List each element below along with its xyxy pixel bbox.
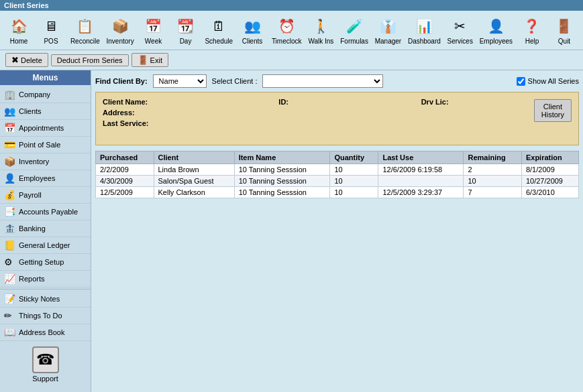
- sidebar-label-employees: Employees: [19, 174, 55, 182]
- cell-last-use: [378, 176, 464, 187]
- sidebar-label-todo: Things To Do: [19, 312, 62, 320]
- company-icon: 🏢: [4, 89, 16, 100]
- sidebar-item-company[interactable]: 🏢 Company: [0, 86, 91, 103]
- sidebar-item-banking[interactable]: 🏦 Banking: [0, 220, 91, 237]
- col-client: Client: [154, 151, 234, 164]
- toolbar-btn-help[interactable]: ❓Help: [517, 13, 547, 47]
- cell-expiration: 6/3/2010: [521, 187, 578, 198]
- find-by-dropdown[interactable]: Name ID Phone: [153, 74, 207, 88]
- sidebar-label-banking: Banking: [19, 224, 46, 233]
- sidebar-item-getting-setup[interactable]: ⚙ Getting Setup: [0, 254, 91, 271]
- action-label-exit: Exit: [150, 56, 162, 64]
- manager-icon: 👔: [377, 15, 399, 37]
- show-all-checkbox[interactable]: [517, 77, 525, 86]
- toolbar-label-employees: Employees: [480, 38, 513, 45]
- toolbar-btn-pos[interactable]: 🖥POS: [36, 13, 66, 47]
- clients-icon: 👥: [4, 106, 16, 117]
- sidebar-label-setup: Getting Setup: [19, 258, 64, 266]
- sidebar-item-inventory[interactable]: 📦 Inventory: [0, 153, 91, 170]
- toolbar-btn-walk-ins[interactable]: 🚶Walk Ins: [306, 13, 335, 47]
- sidebar-label-appointments: Appointments: [19, 124, 64, 132]
- toolbar-btn-schedule[interactable]: 🗓Schedule: [203, 13, 235, 47]
- sidebar-label-ap: Accounts Payable: [19, 208, 78, 216]
- toolbar-btn-inventory[interactable]: 📦Inventory: [105, 13, 136, 47]
- action-btn-exit[interactable]: 🚪Exit: [131, 53, 168, 67]
- show-all-series-container: Show All Series: [517, 77, 579, 86]
- client-history-button[interactable]: ClientHistory: [534, 99, 572, 122]
- table-row[interactable]: 2/2/2009 Linda Brown 10 Tanning Sesssion…: [96, 164, 579, 176]
- sidebar-label-clients: Clients: [19, 107, 42, 115]
- sidebar-item-point-of-sale[interactable]: 💳 Point of Sale: [0, 137, 91, 153]
- toolbar-label-formulas: Formulas: [340, 38, 368, 45]
- services-icon: ✂: [449, 15, 471, 37]
- appointments-icon: 📅: [4, 123, 16, 133]
- sidebar-item-reports[interactable]: 📈 Reports: [0, 271, 91, 287]
- toolbar-btn-services[interactable]: ✂Services: [445, 13, 475, 47]
- toolbar-btn-manager[interactable]: 👔Manager: [373, 13, 403, 47]
- sidebar-item-things-to-do[interactable]: ✏ Things To Do: [0, 308, 91, 324]
- cell-remaining: 7: [464, 187, 521, 198]
- sidebar-item-sticky-notes[interactable]: 📝 Sticky Notes: [0, 291, 91, 308]
- sidebar-item-clients[interactable]: 👥 Clients: [0, 103, 91, 120]
- banking-icon: 🏦: [4, 223, 16, 234]
- client-name-label: Client Name:: [103, 98, 156, 106]
- quit-icon: 🚪: [553, 15, 575, 37]
- cell-quantity: 10: [330, 187, 378, 198]
- cell-remaining: 10: [464, 176, 521, 187]
- title-bar: Client Series: [0, 0, 583, 11]
- sidebar-item-accounts-payable[interactable]: 📑 Accounts Payable: [0, 204, 91, 220]
- sidebar-item-address-book[interactable]: 📖 Address Book: [0, 324, 91, 341]
- sidebar-item-appointments[interactable]: 📅 Appointments: [0, 120, 91, 137]
- cell-client: Salon/Spa Guest: [154, 176, 234, 187]
- toolbar-btn-clients[interactable]: 👥Clients: [237, 13, 267, 47]
- toolbar-label-timeclock: Timeclock: [272, 38, 302, 45]
- toolbar-label-home: Home: [10, 38, 28, 45]
- table-row[interactable]: 4/30/2009 Salon/Spa Guest 10 Tanning Ses…: [96, 176, 579, 187]
- toolbar-btn-timeclock[interactable]: ⏰Timeclock: [270, 13, 303, 47]
- toolbar-label-quit: Quit: [558, 38, 570, 45]
- cell-client: Linda Brown: [154, 164, 234, 176]
- sidebar-item-employees[interactable]: 👤 Employees: [0, 170, 91, 187]
- toolbar-btn-employees[interactable]: 👤Employees: [478, 13, 515, 47]
- toolbar-btn-week[interactable]: 📅Week: [139, 13, 168, 47]
- cell-remaining: 2: [464, 164, 521, 176]
- toolbar-btn-day[interactable]: 📆Day: [171, 13, 201, 47]
- gl-icon: 📒: [4, 240, 16, 251]
- toolbar-label-pos: POS: [44, 38, 58, 45]
- help-icon: ❓: [521, 15, 543, 37]
- cell-expiration: 10/27/2009: [521, 176, 578, 187]
- inventory-icon: 📦: [4, 156, 16, 167]
- client-select-dropdown[interactable]: [262, 74, 383, 88]
- toolbar-btn-reconcile[interactable]: 📋Reconcile: [68, 13, 102, 47]
- action-btn-deduct[interactable]: Deduct From Series: [51, 54, 129, 66]
- toolbar-label-services: Services: [447, 38, 473, 45]
- col-remaining: Remaining: [464, 151, 521, 164]
- toolbar-btn-dashboard[interactable]: 📊Dashboard: [406, 13, 443, 47]
- sticky-icon: 📝: [4, 293, 16, 304]
- col-last-use: Last Use: [378, 151, 464, 164]
- cell-purchased: 2/2/2009: [96, 164, 154, 176]
- toolbar-label-walk-ins: Walk Ins: [308, 38, 333, 45]
- toolbar-btn-formulas[interactable]: 🧪Formulas: [338, 13, 370, 47]
- action-btn-delete[interactable]: ✖Delete: [5, 53, 48, 67]
- home-icon: 🏠: [8, 15, 30, 37]
- cell-last-use: 12/5/2009 3:29:37: [378, 187, 464, 198]
- sidebar-label-sticky: Sticky Notes: [19, 295, 60, 303]
- sidebar-item-payroll[interactable]: 💰 Payroll: [0, 187, 91, 204]
- walk-ins-icon: 🚶: [310, 15, 331, 37]
- toolbar-btn-quit[interactable]: 🚪Quit: [549, 13, 579, 47]
- toolbar-btn-home[interactable]: 🏠Home: [4, 13, 34, 47]
- sidebar-section: 🏢 Company 👥 Clients 📅 Appointments 💳 Poi…: [0, 85, 91, 342]
- client-id-label: ID:: [278, 98, 299, 106]
- week-icon: 📅: [143, 15, 164, 37]
- sidebar-item-general-ledger[interactable]: 📒 General Ledger: [0, 237, 91, 254]
- timeclock-icon: ⏰: [276, 15, 297, 37]
- toolbar-label-day: Day: [180, 38, 192, 45]
- col-expiration: Expiration: [521, 151, 578, 164]
- payroll-icon: 💰: [4, 190, 16, 200]
- table-row[interactable]: 12/5/2009 Kelly Clarkson 10 Tanning Sess…: [96, 187, 579, 198]
- support-button[interactable]: ☎ Support: [0, 342, 91, 387]
- cell-last-use: 12/6/2009 6:19:58: [378, 164, 464, 176]
- support-icon: ☎: [32, 346, 59, 373]
- toolbar: 🏠Home🖥POS📋Reconcile📦Inventory📅Week📆Day🗓S…: [0, 11, 583, 50]
